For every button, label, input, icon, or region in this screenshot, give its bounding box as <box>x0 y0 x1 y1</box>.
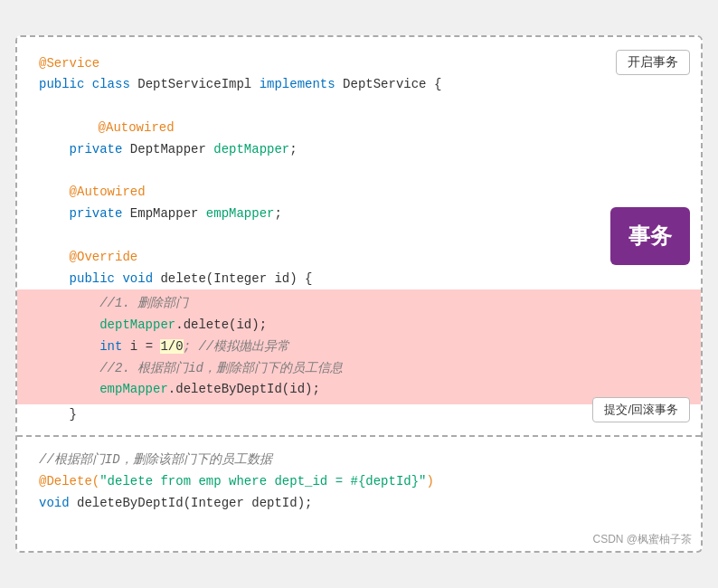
hl-line-5: empMapper.deleteByDeptId(id); <box>39 379 679 401</box>
code-line-9 <box>39 225 679 247</box>
annotation-service: @Service <box>39 56 99 71</box>
code-line-10: @Override <box>39 247 679 269</box>
bottom-code-section: //根据部门ID，删除该部门下的员工数据 @Delete("delete fro… <box>17 437 701 530</box>
code-line-1: @Service <box>39 53 679 75</box>
hl-line-1: //1. 删除部门 <box>39 293 679 315</box>
code-line-3 <box>39 96 679 118</box>
hl-line-4: //2. 根据部门id，删除部门下的员工信息 <box>39 358 679 380</box>
bl-line-2: @Delete("delete from emp where dept_id =… <box>39 471 679 493</box>
code-line-2: public class DeptServiceImpl implements … <box>39 74 679 96</box>
bl-line-3: void deleteByDeptId(Integer deptId); <box>39 493 679 515</box>
code-closing-1: } <box>39 404 679 426</box>
main-container: @Service public class DeptServiceImpl im… <box>15 35 703 554</box>
bl-line-1: //根据部门ID，删除该部门下的员工数据 <box>39 450 679 471</box>
code-line-7: @Autowired <box>39 182 679 204</box>
highlighted-code-block: //1. 删除部门 deptMapper.delete(id); int i =… <box>17 289 701 404</box>
hl-line-3: int i = 1/0; //模拟抛出异常 <box>39 337 679 358</box>
top-code-section: @Service public class DeptServiceImpl im… <box>17 37 701 438</box>
code-line-11: public void delete(Integer id) { <box>39 269 679 290</box>
watermark: CSDN @枫蜜柚子茶 <box>17 530 701 551</box>
code-line-6 <box>39 161 679 183</box>
hl-line-2: deptMapper.delete(id); <box>39 315 679 337</box>
code-line-5: private DeptMapper deptMapper; <box>39 139 679 161</box>
code-line-8: private EmpMapper empMapper; <box>39 204 679 225</box>
code-line-4: @Autowired <box>39 118 679 139</box>
